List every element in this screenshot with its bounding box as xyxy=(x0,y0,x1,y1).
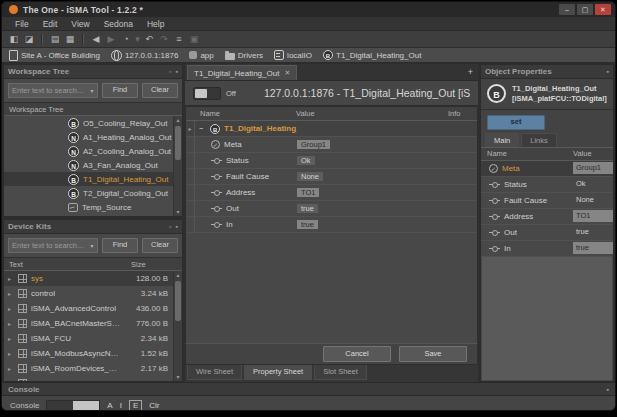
tree-item[interactable]: B O5_Cooling_Relay_Out xyxy=(4,116,173,130)
scroll-down-icon[interactable]: ▾ xyxy=(176,208,179,216)
kits-clear-button[interactable]: Clear xyxy=(142,238,178,253)
workspace-view-icon[interactable]: ▤ xyxy=(48,33,62,46)
scrollbar-thumb[interactable] xyxy=(175,126,181,160)
tree-item[interactable]: B T2_Digital_Cooling_Out xyxy=(4,186,173,200)
value-field[interactable]: TO1 xyxy=(297,188,319,197)
value-field[interactable]: Group1 xyxy=(297,140,330,149)
back-icon[interactable]: ◀ xyxy=(89,33,103,46)
tab-links[interactable]: Links xyxy=(521,133,557,147)
object-row-address[interactable]: Address TO1 xyxy=(481,209,613,225)
breadcrumb-drivers[interactable]: Drivers xyxy=(225,51,263,60)
expand-icon[interactable]: ▸ xyxy=(8,350,14,357)
kit-row[interactable]: ▸ iSMA_FCU 2.34 kB xyxy=(4,331,173,346)
col-name[interactable]: Name xyxy=(186,109,296,118)
save-button[interactable]: Save xyxy=(399,346,467,362)
tab-wire-sheet[interactable]: Wire Sheet xyxy=(187,365,242,380)
tree-item[interactable]: Temp_Source xyxy=(4,200,173,214)
object-row-out[interactable]: Out true xyxy=(481,225,613,241)
grid-row-out[interactable]: Out true xyxy=(186,201,477,217)
chevron-down-icon[interactable]: ▾ xyxy=(87,242,97,249)
close-button[interactable]: ✕ xyxy=(595,4,611,15)
list-icon[interactable]: ≡ xyxy=(172,33,186,46)
value-field[interactable]: Group1 xyxy=(573,162,613,174)
console-filter-all-button[interactable]: A xyxy=(107,401,112,410)
set-button[interactable]: set xyxy=(487,115,545,130)
expand-icon[interactable]: ▸ xyxy=(8,380,14,381)
grid-row-fault-cause[interactable]: Fault Cause None xyxy=(186,169,477,185)
tree-item[interactable]: N A2_Cooling_Analog_Out xyxy=(4,144,173,158)
object-row-fault-cause[interactable]: Fault Cause None xyxy=(481,193,613,209)
expand-icon[interactable]: ▸ xyxy=(8,275,14,282)
tree-item[interactable]: N A1_Heating_Analog_Out xyxy=(4,130,173,144)
col-name[interactable]: Name xyxy=(481,149,573,158)
expand-icon[interactable]: ▸ xyxy=(8,365,14,372)
col-value[interactable]: Value xyxy=(296,109,448,118)
object-row-status[interactable]: Status Ok xyxy=(481,177,613,193)
cancel-button[interactable]: Cancel xyxy=(323,346,391,362)
power-toggle[interactable] xyxy=(193,87,221,100)
grid-row-meta[interactable]: ✓ Meta Group1 xyxy=(186,137,477,153)
history-icon[interactable]: ◔ xyxy=(119,33,133,46)
console-filter-info-button[interactable]: I xyxy=(120,401,122,410)
kits-search-input[interactable] xyxy=(9,241,87,250)
collapse-icon[interactable]: − xyxy=(199,125,203,132)
add-tab-icon[interactable]: + xyxy=(468,67,473,77)
kit-row-selected[interactable]: ▸ sys 128.00 B xyxy=(4,271,173,286)
breadcrumb-app[interactable]: app xyxy=(189,51,213,60)
kit-row[interactable]: ▸ iSMA_BACnetMasterSlave 776.00 B xyxy=(4,316,173,331)
tree-item-selected[interactable]: B T1_Digital_Heating_Out xyxy=(4,172,173,186)
kit-row[interactable]: ▸ iSMA_RoomDevices_Modbus 2.17 kB xyxy=(4,361,173,376)
pin-icon[interactable]: ▪ xyxy=(176,65,178,78)
pin-icon[interactable]: ▪ xyxy=(607,65,609,78)
expand-icon[interactable]: ▸ xyxy=(8,305,14,312)
menu-edit[interactable]: Edit xyxy=(36,19,65,29)
kit-row[interactable]: ▸ iSMA_ModbusAsyncNetwork 1.52 kB xyxy=(4,346,173,361)
maximize-button[interactable]: ▢ xyxy=(577,4,593,15)
value-field[interactable]: true xyxy=(573,242,613,254)
scroll-up-icon[interactable]: ▴ xyxy=(176,271,179,279)
minimize-button[interactable]: – xyxy=(559,4,575,15)
redo-icon[interactable]: ↷ xyxy=(157,33,171,46)
grid-row-status[interactable]: Status Ok xyxy=(186,153,477,169)
grid-row-in[interactable]: In true xyxy=(186,217,477,233)
toggle-bottom-panel-icon[interactable]: ◪ xyxy=(22,33,36,46)
col-value[interactable]: Value xyxy=(573,149,613,158)
kits-col-size[interactable]: Size xyxy=(131,260,177,269)
breadcrumb-point[interactable]: B T1_Digital_Heating_Out xyxy=(323,50,421,60)
kits-find-button[interactable]: Find xyxy=(102,238,138,253)
object-row-in[interactable]: In true xyxy=(481,241,613,257)
console-clear-button[interactable]: Clr xyxy=(149,401,159,410)
expand-icon[interactable]: ▸ xyxy=(8,335,14,342)
grid-row-address[interactable]: Address TO1 xyxy=(186,185,477,201)
scroll-down-icon[interactable]: ▾ xyxy=(176,373,179,381)
chevron-down-icon[interactable]: ▾ xyxy=(87,87,97,94)
kits-col-text[interactable]: Text xyxy=(9,260,131,269)
kit-manager-icon[interactable]: ▦ xyxy=(63,33,77,46)
toggle-left-panel-icon[interactable]: ◧ xyxy=(7,33,21,46)
console-filter-error-button[interactable]: E xyxy=(129,400,142,411)
pin-icon[interactable]: ▪ xyxy=(607,386,609,393)
object-row-meta[interactable]: ✓ Meta Group1 xyxy=(481,161,613,177)
value-field[interactable]: true xyxy=(297,220,318,229)
undo-icon[interactable]: ↶ xyxy=(142,33,156,46)
device-kits-scrollbar[interactable]: ▴ ▾ xyxy=(173,271,182,381)
workspace-tree-scrollbar[interactable]: ▴ ▾ xyxy=(173,116,182,216)
restore-panel-icon[interactable]: ▫ xyxy=(169,220,171,233)
tree-item[interactable]: N A3_Fan_Analog_Out xyxy=(4,158,173,172)
kit-row[interactable]: ▸ control 3.24 kB xyxy=(4,286,173,301)
close-tab-icon[interactable]: ✕ xyxy=(284,69,290,77)
scroll-up-icon[interactable]: ▴ xyxy=(176,116,179,124)
menu-help[interactable]: Help xyxy=(140,19,171,29)
scrollbar-thumb[interactable] xyxy=(175,281,181,321)
history-dropdown-icon[interactable]: ▾ xyxy=(134,33,141,46)
expand-icon[interactable]: ▸ xyxy=(8,320,14,327)
tab-property-sheet[interactable]: Property Sheet xyxy=(244,365,312,380)
menu-view[interactable]: View xyxy=(64,19,96,29)
workspace-find-button[interactable]: Find xyxy=(102,83,138,98)
workspace-search-input[interactable] xyxy=(9,86,87,95)
deploy-icon[interactable]: ▣ xyxy=(187,33,201,46)
workspace-clear-button[interactable]: Clear xyxy=(142,83,178,98)
tab-slot-sheet[interactable]: Slot Sheet xyxy=(314,365,367,380)
menu-sedona[interactable]: Sedona xyxy=(97,19,140,29)
breadcrumb-localio[interactable]: localIO xyxy=(274,50,312,60)
